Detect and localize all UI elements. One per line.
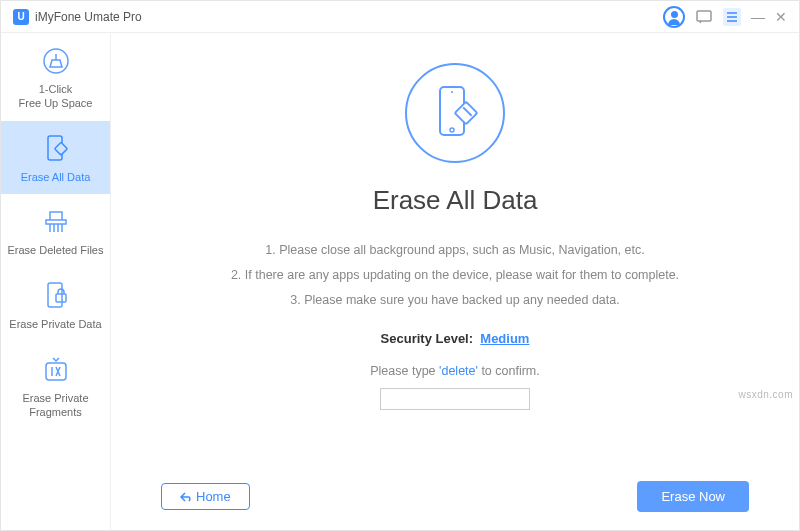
svg-rect-13 [46,363,66,380]
home-button-label: Home [196,489,231,504]
confirm-instruction: Please type 'delete' to confirm. [370,364,540,378]
menu-icon[interactable] [723,8,741,26]
sidebar-item-erase-private-fragments[interactable]: Erase Private Fragments [1,342,110,430]
phone-erase-icon [40,133,72,165]
svg-rect-0 [697,11,711,21]
confirm-prefix: Please type [370,364,435,378]
phone-lock-icon [40,280,72,312]
footer: Home Erase Now [141,481,769,530]
security-label: Security Level: [381,331,474,346]
titlebar: U iMyFone Umate Pro — ✕ [1,1,799,33]
confirm-keyword: 'delete' [439,364,478,378]
svg-point-4 [44,49,68,73]
sidebar-item-erase-deleted-files[interactable]: Erase Deleted Files [1,194,110,268]
back-arrow-icon [180,492,192,502]
security-level-link[interactable]: Medium [480,331,529,346]
sidebar-item-label: Erase Private Fragments [5,392,106,420]
sidebar-item-label: 1-Click Free Up Space [5,83,106,111]
feedback-icon[interactable] [695,8,713,26]
sidebar-item-free-up-space[interactable]: 1-Click Free Up Space [1,33,110,121]
hero-phone-erase-icon [405,63,505,163]
shredder-icon [40,206,72,238]
app-logo-icon: U [13,9,29,25]
app-window: U iMyFone Umate Pro — ✕ 1-Click Free [0,0,800,531]
svg-rect-11 [48,283,62,307]
instruction-line: 3. Please make sure you have backed up a… [231,288,679,313]
app-title: iMyFone Umate Pro [35,10,142,24]
sidebar-item-erase-private-data[interactable]: Erase Private Data [1,268,110,342]
svg-rect-17 [455,102,478,125]
erase-now-button[interactable]: Erase Now [637,481,749,512]
title-left: U iMyFone Umate Pro [13,9,142,25]
confirm-suffix: to confirm. [481,364,539,378]
security-level: Security Level: Medium [381,331,530,346]
sidebar: 1-Click Free Up Space Erase All Data Era… [1,33,111,530]
sidebar-item-label: Erase All Data [5,171,106,185]
main-content: Erase All Data 1. Please close all backg… [111,33,799,530]
sidebar-item-label: Erase Deleted Files [5,244,106,258]
title-right: — ✕ [663,6,787,28]
close-button[interactable]: ✕ [775,9,787,25]
sidebar-item-label: Erase Private Data [5,318,106,332]
confirm-input[interactable] [380,388,530,410]
svg-point-16 [450,128,454,132]
instructions: 1. Please close all background apps, suc… [231,238,679,313]
svg-rect-6 [54,142,67,155]
svg-point-15 [451,91,453,93]
broom-icon [40,45,72,77]
watermark: wsxdn.com [738,389,793,400]
page-title: Erase All Data [373,185,538,216]
sidebar-item-erase-all-data[interactable]: Erase All Data [1,121,110,195]
account-icon[interactable] [663,6,685,28]
minimize-button[interactable]: — [751,9,765,25]
app-fragments-icon [40,354,72,386]
svg-rect-12 [56,294,66,302]
instruction-line: 1. Please close all background apps, suc… [231,238,679,263]
instruction-line: 2. If there are any apps updating on the… [231,263,679,288]
home-button[interactable]: Home [161,483,250,510]
body: 1-Click Free Up Space Erase All Data Era… [1,33,799,530]
